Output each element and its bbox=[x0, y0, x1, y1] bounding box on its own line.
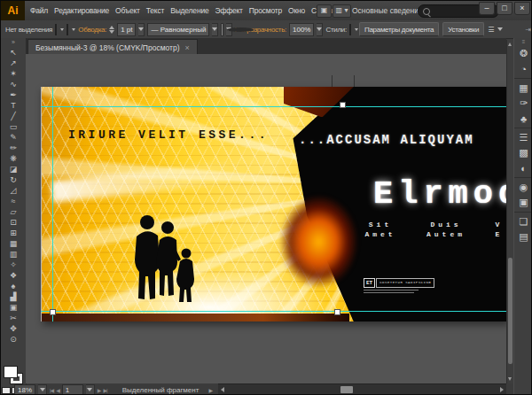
chevron-down-icon[interactable] bbox=[317, 23, 323, 36]
pencil-tool-icon[interactable]: ✏ bbox=[1, 143, 26, 153]
vertical-scroll-thumb[interactable] bbox=[508, 258, 512, 364]
first-artboard-button[interactable]: |◀ bbox=[50, 387, 53, 393]
stroke-swatch[interactable] bbox=[66, 24, 68, 35]
chevron-down-icon[interactable] bbox=[138, 23, 145, 36]
color-mode-button[interactable] bbox=[2, 387, 11, 394]
canvas[interactable]: IRIURE VELIT ESSE... ...ACCUSAM ALIQUYAM… bbox=[26, 54, 506, 383]
chevron-down-icon[interactable] bbox=[86, 384, 95, 395]
rotate-tool-icon[interactable]: ↻ bbox=[1, 174, 26, 185]
minimize-button[interactable]: – bbox=[479, 2, 495, 15]
panel-options-icon[interactable]: ☰ bbox=[488, 26, 494, 34]
menu-item[interactable]: Выделение bbox=[170, 6, 208, 15]
status-flyout-icon[interactable]: ▶ bbox=[208, 387, 213, 393]
last-artboard-button[interactable]: ▶| bbox=[103, 387, 106, 393]
stroke-panel-icon[interactable]: ☰ bbox=[514, 130, 532, 145]
line-segment-tool-icon[interactable]: ╱ bbox=[1, 111, 26, 121]
next-artboard-button[interactable]: ▶ bbox=[98, 387, 101, 393]
eyedropper-tool-icon[interactable]: ✧ bbox=[1, 259, 26, 270]
selection-handle[interactable] bbox=[334, 309, 340, 315]
symbol-sprayer-tool-icon[interactable]: ♠ bbox=[1, 281, 26, 291]
blend-tool-icon[interactable]: ❖ bbox=[1, 270, 26, 281]
vertical-scrollbar[interactable] bbox=[506, 40, 513, 383]
paintbrush-tool-icon[interactable]: ✎ bbox=[1, 132, 26, 143]
free-transform-tool-icon[interactable]: ▱ bbox=[1, 206, 26, 217]
horizontal-guide[interactable] bbox=[41, 106, 506, 107]
status-display[interactable]: Выделенный фрагмент bbox=[122, 386, 200, 394]
width-tool-icon[interactable]: ≈ bbox=[1, 196, 26, 206]
previous-artboard-button[interactable]: ◀ bbox=[56, 387, 59, 393]
chevron-down-icon[interactable] bbox=[212, 23, 218, 36]
pen-tool-icon[interactable]: ✒ bbox=[1, 89, 26, 100]
swatches-panel-icon[interactable]: ▦ bbox=[514, 81, 532, 96]
chevron-down-icon[interactable] bbox=[60, 28, 64, 31]
chevron-down-icon[interactable] bbox=[38, 384, 47, 395]
slice-tool-icon[interactable]: ✂ bbox=[1, 313, 26, 323]
brush-definition-combo[interactable] bbox=[221, 23, 223, 36]
scroll-down-icon[interactable] bbox=[508, 377, 512, 381]
horizontal-scroll-thumb[interactable] bbox=[340, 386, 353, 393]
scale-tool-icon[interactable]: ◿ bbox=[1, 185, 26, 196]
stroke-width-combo[interactable]: 1 pt bbox=[117, 23, 136, 36]
magic-wand-tool-icon[interactable]: ✶ bbox=[1, 68, 26, 79]
color-panel-icon[interactable]: ❂ bbox=[514, 46, 532, 61]
color-guide-panel-icon[interactable]: ◔ bbox=[514, 61, 532, 79]
horizontal-scrollbar[interactable] bbox=[218, 383, 506, 395]
menu-item[interactable]: Редактирование bbox=[54, 6, 109, 15]
collapse-control-bar-icon[interactable]: ⇥ bbox=[526, 26, 531, 34]
type-tool-icon[interactable]: T bbox=[1, 100, 26, 111]
hand-tool-icon[interactable]: ✥ bbox=[1, 323, 26, 334]
artboard-number-combo[interactable]: 1 bbox=[62, 384, 83, 395]
zoom-tool-icon[interactable]: ⊙ bbox=[1, 334, 26, 345]
maximize-button[interactable]: □ bbox=[497, 2, 512, 15]
close-tab-icon[interactable]: × bbox=[185, 43, 190, 52]
document-setup-button[interactable]: Параметры документа bbox=[359, 22, 439, 36]
menu-item[interactable]: Объект bbox=[115, 6, 140, 15]
gradient-tool-icon[interactable]: ▥ bbox=[1, 249, 26, 259]
arrange-documents-button[interactable]: ▥ ▾ bbox=[332, 4, 351, 18]
eraser-tool-icon[interactable]: ◪ bbox=[1, 164, 26, 174]
preferences-button[interactable]: Установки bbox=[442, 22, 484, 36]
stroke-width-stepper[interactable] bbox=[109, 26, 114, 34]
chevron-down-icon[interactable] bbox=[72, 28, 75, 31]
appearance-panel-icon[interactable]: ◉ bbox=[514, 180, 532, 195]
horizontal-guide[interactable] bbox=[41, 311, 506, 312]
menu-item[interactable]: Текст bbox=[146, 6, 164, 15]
fill-swatch[interactable] bbox=[55, 24, 57, 35]
style-swatch[interactable] bbox=[349, 24, 351, 35]
chevron-down-icon[interactable] bbox=[497, 27, 503, 31]
rectangle-tool-icon[interactable]: ▭ bbox=[1, 121, 26, 132]
blob-brush-tool-icon[interactable]: ❋ bbox=[1, 153, 26, 164]
selection-handle[interactable] bbox=[50, 309, 56, 315]
artboard-artwork[interactable]: IRIURE VELIT ESSE... ...ACCUSAM ALIQUYAM… bbox=[41, 87, 506, 321]
scroll-left-icon[interactable] bbox=[221, 387, 224, 392]
zoom-level-combo[interactable]: 18% bbox=[14, 384, 35, 395]
vertical-guide[interactable] bbox=[52, 87, 53, 321]
menu-item[interactable]: Файл bbox=[30, 6, 48, 15]
direct-selection-tool-icon[interactable]: ↗ bbox=[1, 58, 26, 68]
shape-builder-tool-icon[interactable]: ⊡ bbox=[1, 217, 26, 228]
graphic-styles-panel-icon[interactable]: ▣ bbox=[514, 195, 532, 213]
scroll-right-icon[interactable] bbox=[500, 387, 504, 392]
dock-drag-handle[interactable]: ≡ bbox=[514, 38, 532, 46]
selection-tool-icon[interactable]: ↖ bbox=[1, 47, 26, 58]
artboards-panel-icon[interactable]: ▤ bbox=[514, 229, 532, 244]
gradient-panel-icon[interactable]: ▩ bbox=[514, 145, 532, 160]
tools-panel-header[interactable]: » bbox=[1, 38, 26, 47]
perspective-grid-tool-icon[interactable]: ⊞ bbox=[1, 228, 26, 238]
column-graph-tool-icon[interactable]: ▟ bbox=[1, 291, 26, 302]
artboard-tool-icon[interactable]: ▣ bbox=[1, 302, 26, 313]
symbols-panel-icon[interactable]: ♣ bbox=[514, 111, 532, 128]
document-tab[interactable]: Безымянный-3 @ 18% (CMYK/Просмотр) × bbox=[27, 39, 198, 55]
layers-panel-icon[interactable]: ❏ bbox=[514, 214, 532, 229]
lasso-tool-icon[interactable]: ∿ bbox=[1, 79, 26, 89]
stroke-link[interactable]: Обводка: bbox=[78, 26, 106, 34]
selection-handle[interactable] bbox=[340, 102, 346, 108]
scroll-up-icon[interactable] bbox=[508, 43, 512, 46]
close-button[interactable]: × bbox=[514, 2, 530, 15]
menu-item[interactable]: Просмотр bbox=[249, 6, 282, 15]
brushes-panel-icon[interactable]: ✑ bbox=[514, 96, 532, 111]
fill-color-swatch[interactable] bbox=[4, 366, 18, 378]
menu-item[interactable]: Окно bbox=[288, 6, 305, 15]
opacity-combo[interactable]: 100% bbox=[289, 23, 314, 36]
menu-item[interactable]: Эффект bbox=[215, 6, 242, 15]
